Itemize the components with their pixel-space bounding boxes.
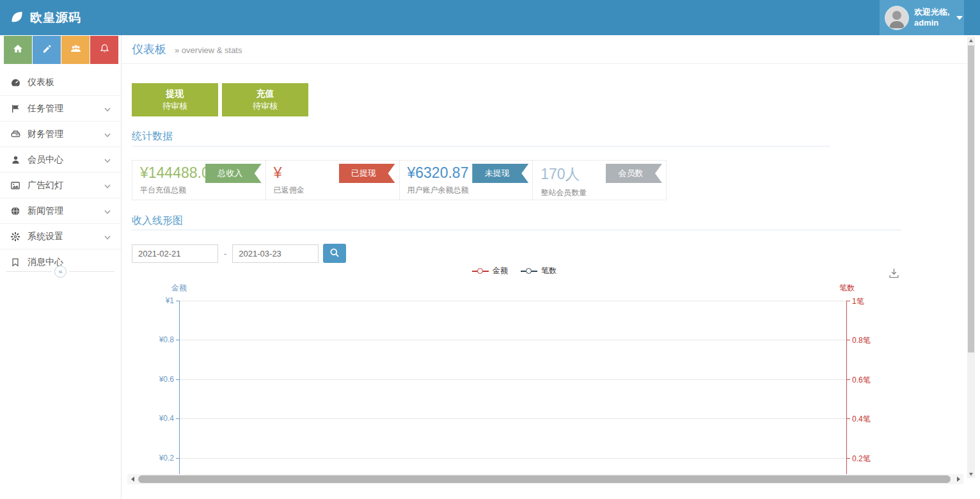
stat-label: 整站会员数量 <box>541 187 666 198</box>
axis-tick <box>847 458 850 459</box>
user-greeting: 欢迎光临, admin <box>914 7 950 29</box>
plot-area: ¥1 ¥0.8 ¥0.6 ¥0.4 ¥0.2 1笔 0.8笔 0.6笔 0.4笔… <box>179 301 847 475</box>
sidebar-item-settings[interactable]: 系统设置 <box>0 223 121 249</box>
y-axis-right-tick-label: 0.2笔 <box>852 454 888 464</box>
bell-icon <box>100 44 109 56</box>
stat-card-total-income: ¥144488.0 平台充值总额 总收入 <box>132 161 266 200</box>
flag-icon <box>9 104 22 114</box>
stat-card-withdrawn: ¥ 已返佣金 已提现 <box>266 161 400 200</box>
page-title: 仪表板 <box>132 42 166 57</box>
gridline <box>180 379 846 380</box>
sidebar-item-dashboard[interactable]: 仪表板 <box>0 70 121 95</box>
y-axis-right-tick-label: 1笔 <box>852 296 888 307</box>
user-icon <box>9 155 22 165</box>
chevron-down-icon <box>104 129 111 139</box>
horizontal-scrollbar-thumb[interactable] <box>138 475 951 483</box>
legend-label: 金额 <box>493 265 508 276</box>
axis-tick <box>176 340 179 340</box>
hdd-icon <box>9 129 22 139</box>
stat-label: 已返佣金 <box>274 185 399 196</box>
chart-section-title: 收入线形图 <box>132 214 183 228</box>
sidebar-item-label: 广告幻灯 <box>28 180 63 191</box>
line-marker-icon <box>472 268 489 274</box>
gridline <box>180 301 846 301</box>
legend-item-amount[interactable]: 金额 <box>472 265 508 276</box>
sidebar-item-news[interactable]: 新闻管理 <box>0 198 121 223</box>
y-axis-right-tick-label: 0.8笔 <box>852 335 888 346</box>
date-to-input[interactable] <box>232 244 319 263</box>
username: admin <box>914 18 938 28</box>
y-axis-right-tick-label: 0.6笔 <box>852 375 888 386</box>
image-icon <box>9 180 22 191</box>
brand[interactable]: 欧皇源码 <box>9 0 81 35</box>
gridline <box>180 340 846 340</box>
search-icon <box>329 248 340 260</box>
users-shortcut-button[interactable] <box>61 36 90 64</box>
y-axis-right-tick-label: 0.4笔 <box>852 414 888 425</box>
edit-shortcut-button[interactable] <box>33 36 61 64</box>
button-sublabel: 待审核 <box>222 100 308 113</box>
brand-title: 欧皇源码 <box>30 10 81 26</box>
stat-label: 平台充值总额 <box>140 185 265 196</box>
scroll-right-arrow[interactable] <box>953 474 963 484</box>
sidebar-item-members[interactable]: 会员中心 <box>0 147 121 172</box>
breadcrumb: 仪表板 » overview & stats <box>122 35 967 64</box>
home-shortcut-button[interactable] <box>4 36 32 64</box>
user-menu[interactable]: 欢迎光临, admin <box>880 0 964 35</box>
sidebar-item-tasks[interactable]: 任务管理 <box>0 95 121 121</box>
ribbon-badge: 总收入 <box>205 164 262 183</box>
y-axis-left-line <box>179 301 180 475</box>
triangle-up-icon <box>969 39 973 42</box>
sidebar-collapse-button[interactable]: « <box>54 265 67 278</box>
triangle-right-icon <box>957 477 960 482</box>
sidebar-item-label: 会员中心 <box>28 154 63 166</box>
scroll-down-arrow[interactable] <box>967 470 975 478</box>
y-axis-left-tick-label: ¥0.6 <box>137 375 174 384</box>
leaf-icon <box>9 9 24 27</box>
stat-card-members: 170人 整站会员数量 会员数 <box>533 161 666 200</box>
axis-tick <box>176 301 179 301</box>
divider <box>69 271 115 272</box>
y-axis-right-line <box>846 301 847 475</box>
withdraw-review-button[interactable]: 提现 待审核 <box>132 83 218 116</box>
y-axis-left-tick-label: ¥0.4 <box>137 414 174 423</box>
gridline <box>180 418 846 419</box>
scroll-left-arrow[interactable] <box>127 474 138 484</box>
button-label: 充值 <box>222 87 308 100</box>
home-icon <box>13 44 23 56</box>
legend-item-count[interactable]: 笔数 <box>521 265 557 276</box>
stat-card-unwithdrawn: ¥6320.87 用户账户余额总额 未提现 <box>400 161 533 200</box>
horizontal-scrollbar[interactable] <box>127 474 963 484</box>
search-button[interactable] <box>323 244 346 263</box>
sidebar-item-label: 系统设置 <box>28 231 63 242</box>
y-axis-left-name: 金额 <box>165 283 193 294</box>
triangle-down-icon <box>969 473 973 476</box>
axis-tick <box>847 379 850 380</box>
top-header: 欧皇源码 欢迎光临, admin <box>0 0 980 35</box>
divider <box>6 271 52 272</box>
ribbon-badge: 会员数 <box>606 164 662 183</box>
sidebar-collapse-row: « <box>0 265 121 278</box>
globe-icon <box>9 206 22 216</box>
sidebar-item-label: 任务管理 <box>28 103 63 115</box>
vertical-scrollbar-thumb[interactable] <box>968 45 974 352</box>
download-icon[interactable] <box>888 267 900 282</box>
pencil-icon <box>42 44 52 56</box>
chevron-down-icon <box>104 180 111 191</box>
gridline <box>180 458 846 459</box>
recharge-review-button[interactable]: 充值 待审核 <box>222 83 308 116</box>
scroll-up-arrow[interactable] <box>967 36 975 44</box>
sidebar-item-label: 新闻管理 <box>28 205 63 217</box>
sidebar-item-finance[interactable]: 财务管理 <box>0 121 121 147</box>
chevron-down-icon <box>104 232 111 242</box>
legend-label: 笔数 <box>541 265 557 276</box>
date-from-input[interactable] <box>132 244 218 263</box>
sidebar-item-ads[interactable]: 广告幻灯 <box>0 172 121 198</box>
y-axis-right-name: 笔数 <box>833 283 861 294</box>
vertical-scrollbar[interactable] <box>967 36 975 478</box>
notifications-shortcut-button[interactable] <box>90 36 118 64</box>
y-axis-left-tick-label: ¥0.2 <box>137 454 174 463</box>
sidebar-shortcuts <box>0 35 121 64</box>
users-group-icon <box>70 44 81 56</box>
quick-buttons: 提现 待审核 充值 待审核 <box>132 83 308 116</box>
